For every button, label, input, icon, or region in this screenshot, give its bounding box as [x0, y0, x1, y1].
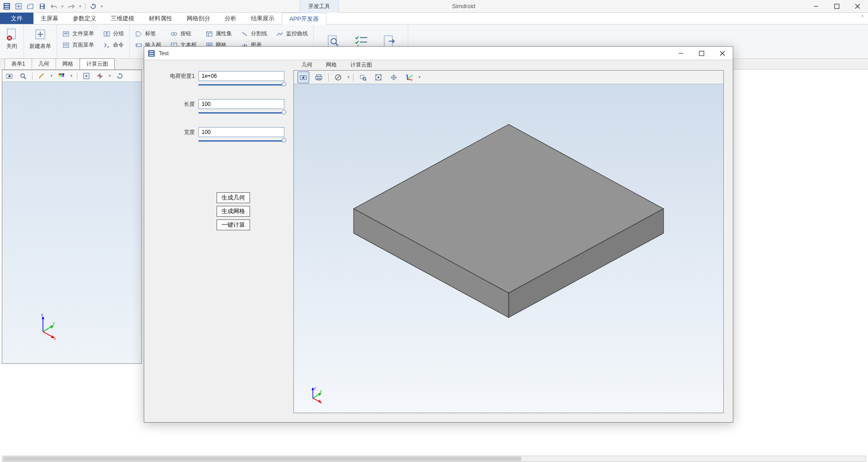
new-icon[interactable] [14, 2, 23, 10]
redo-dropdown-icon[interactable]: ▾ [79, 4, 81, 9]
app-logo-icon [3, 2, 11, 10]
dialog-minimize-button[interactable] [670, 47, 691, 60]
doc-tab[interactable]: 网格 [56, 58, 80, 69]
viewer-tab[interactable]: 计算云图 [348, 60, 375, 70]
new-form-icon [34, 28, 47, 41]
svg-point-79 [302, 76, 305, 79]
magnify-icon[interactable] [19, 71, 28, 81]
ribbon-tab-active[interactable]: APP开发器 [282, 13, 326, 24]
ribbon-tab[interactable]: 分析 [217, 13, 244, 24]
viewer-tab[interactable]: 几何 [299, 60, 315, 70]
redo-icon[interactable] [67, 2, 75, 10]
axis-view-icon[interactable]: zyx [403, 71, 415, 83]
fit-icon[interactable] [82, 71, 91, 81]
param-row-width: 宽度 [162, 127, 284, 137]
svg-text:x: x [320, 400, 322, 404]
generate-geometry-button[interactable]: 生成几何 [217, 192, 250, 203]
param-row-length: 长度 [162, 99, 284, 109]
print-icon[interactable] [313, 71, 325, 83]
group-button[interactable]: 分组 [101, 29, 126, 38]
ribbon-tab[interactable]: 材料属性 [142, 13, 179, 24]
colormap-icon[interactable] [57, 71, 66, 81]
ribbon-tab[interactable]: 主屏幕 [33, 13, 66, 24]
no-entry-icon[interactable] [332, 71, 344, 83]
svg-rect-60 [61, 75, 62, 77]
label-button[interactable]: 标签 [133, 29, 163, 38]
length-slider[interactable] [198, 112, 284, 114]
svg-rect-73 [149, 55, 154, 56]
scrollbar-thumb[interactable] [3, 457, 521, 461]
close-window-button[interactable] [847, 0, 868, 13]
doc-tab[interactable]: 几何 [32, 58, 56, 69]
open-icon[interactable] [26, 2, 34, 10]
refresh-dropdown-icon[interactable]: ▾ [101, 4, 103, 9]
command-label: 命令 [113, 41, 124, 49]
minimize-button[interactable] [806, 0, 826, 13]
new-form-label: 新建表单 [29, 43, 51, 50]
test-dialog: Test 电荷密度1 长度 宽度 生成几何 [144, 46, 733, 423]
ribbon-tab[interactable]: 结果展示 [244, 13, 282, 24]
colormap-dropdown-icon[interactable]: ▾ [71, 74, 72, 78]
width-slider[interactable] [198, 140, 284, 143]
ribbon-tab[interactable]: 网格剖分 [179, 13, 217, 24]
refresh-icon[interactable] [89, 2, 97, 10]
length-input[interactable] [198, 99, 284, 109]
width-input[interactable] [198, 127, 284, 137]
viewer-3d-canvas[interactable]: z y x [294, 84, 723, 413]
ribbon-tab[interactable]: 三维建模 [104, 13, 142, 24]
dialog-titlebar[interactable]: Test [144, 47, 733, 60]
svg-rect-59 [59, 75, 61, 77]
undo-dropdown-icon[interactable]: ▾ [61, 4, 64, 9]
charge-density-input[interactable] [198, 71, 284, 81]
dev-tools-context-tab[interactable]: 开发工具 [300, 0, 339, 13]
monitor-curve-button[interactable]: 监控曲线 [274, 29, 310, 38]
axis-view-dropdown-icon[interactable]: ▾ [419, 75, 420, 79]
command-button[interactable]: 命令 [101, 40, 126, 50]
split-button[interactable]: 分割线 [239, 29, 269, 38]
ribbon-tab[interactable]: 参数定义 [66, 13, 104, 24]
svg-rect-80 [316, 75, 321, 76]
viewer-toolbar: ▾ zyx ▾ [294, 71, 723, 84]
orient-icon[interactable] [95, 71, 104, 81]
file-menu-label: 文件菜单 [72, 30, 94, 38]
axis-triad-icon: z y x [34, 314, 56, 341]
orient-dropdown-icon[interactable]: ▾ [109, 74, 111, 78]
horizontal-scrollbar[interactable] [2, 456, 866, 462]
dialog-close-button[interactable] [712, 47, 733, 60]
one-click-compute-button[interactable]: 一键计算 [217, 219, 250, 230]
doc-tab-active[interactable]: 计算云图 [80, 58, 115, 69]
page-menu-button[interactable]: 页面菜单 [61, 40, 96, 50]
title-bar: ▾ ▾ ▾ 开发工具 Simdroid [0, 0, 868, 13]
viewer-tab[interactable]: 网格 [323, 60, 340, 70]
brush-dropdown-icon[interactable]: ▾ [51, 74, 52, 78]
maximize-button[interactable] [826, 0, 847, 13]
label-tag-icon [135, 30, 142, 38]
button-icon [170, 30, 178, 38]
svg-line-92 [407, 76, 410, 80]
ribbon-tab-file[interactable]: 文件 [0, 13, 33, 24]
button-control-button[interactable]: 按钮 [169, 29, 198, 38]
ribbon-collapse-icon[interactable]: ⌃ [860, 14, 864, 20]
no-entry-dropdown-icon[interactable]: ▾ [348, 75, 349, 79]
pan-icon[interactable] [388, 71, 400, 83]
viewer-tabs: 几何 网格 计算云图 [293, 60, 724, 70]
zoom-window-icon[interactable] [357, 71, 369, 83]
quick-access-toolbar: ▾ ▾ ▾ [0, 2, 103, 10]
camera-snapshot-icon[interactable] [5, 71, 14, 81]
ribbon-group-close: 关闭 [0, 24, 24, 58]
save-icon[interactable] [38, 2, 46, 10]
dialog-maximize-button[interactable] [691, 47, 712, 60]
rotate-icon[interactable] [115, 71, 124, 81]
undo-icon[interactable] [50, 2, 58, 10]
file-menu-button[interactable]: 文件菜单 [61, 29, 96, 38]
doc-tab[interactable]: 表单1 [5, 58, 32, 69]
snapshot-icon[interactable] [297, 71, 309, 83]
close-button[interactable]: 关闭 [4, 26, 20, 52]
fit-view-icon[interactable] [373, 71, 384, 83]
propset-button[interactable]: 属性集 [204, 29, 234, 38]
charge-density-slider[interactable] [198, 84, 284, 86]
svg-rect-45 [328, 36, 336, 47]
generate-mesh-button[interactable]: 生成网格 [217, 206, 250, 217]
new-form-button[interactable]: 新建表单 [28, 26, 53, 52]
brush-icon[interactable] [37, 71, 46, 81]
